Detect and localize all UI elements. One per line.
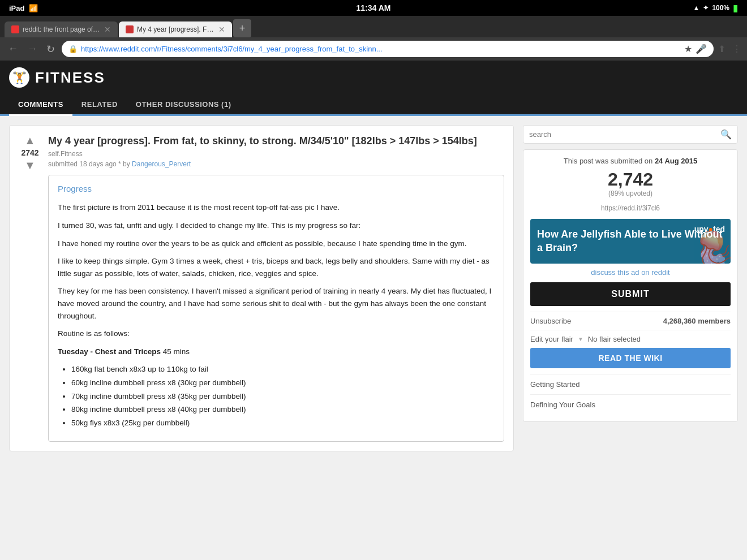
list-item-3: 70kg incline dumbbell press x8 (35kg per… [71, 390, 495, 403]
para-5: They key for me has been consistency. I … [58, 285, 495, 322]
more-icon[interactable]: ⋮ [732, 44, 741, 54]
upvote-button[interactable]: ▲ [24, 135, 36, 146]
section-1-heading: Tuesday - Chest and Triceps 45 mins [58, 346, 495, 358]
members-count: 4,268,360 members [663, 317, 731, 325]
subscribe-row: Unsubscribe 4,268,360 members [530, 312, 731, 330]
location-icon: ▲ [693, 4, 699, 12]
para-3: I have honed my routine over the years t… [58, 238, 495, 250]
tab-related[interactable]: RELATED [72, 94, 127, 116]
para-6: Routine is as follows: [58, 328, 495, 340]
battery-label: 100% [712, 4, 729, 12]
downvote-button[interactable]: ▼ [24, 160, 36, 171]
microphone-icon[interactable]: 🎤 [696, 44, 707, 54]
url-text: https://www.reddit.com/r/Fitness/comment… [81, 45, 681, 53]
discuss-ad-link[interactable]: discuss this ad on reddit [530, 268, 731, 277]
bookmark-icon[interactable]: ★ [684, 44, 692, 54]
address-bar: ← → ↻ 🔒 https://www.reddit.com/r/Fitness… [0, 37, 747, 61]
search-icon: 🔍 [720, 129, 732, 140]
sidebar: 🔍 This post was submitted on 24 Aug 2015… [523, 125, 738, 451]
list-item-2: 60kg incline dumbbell press x8 (30kg per… [71, 377, 495, 389]
forward-button[interactable]: → [25, 42, 40, 56]
para-1: The first picture is from 2011 because i… [58, 201, 495, 214]
para-4: I like to keep things simple. Gym 3 time… [58, 255, 495, 279]
submit-button[interactable]: SUBMIT [530, 282, 731, 306]
main-layout: ▲ 2742 ▼ My 4 year [progress]. From fat,… [0, 116, 747, 460]
vote-column: ▲ 2742 ▼ [19, 135, 41, 442]
site-name: FITNESS [35, 69, 105, 87]
vote-count: 2742 [21, 148, 38, 157]
search-input[interactable] [529, 130, 720, 139]
tab-2-favicon [126, 25, 134, 33]
wiki-links: Getting Started Defining Your Goals [530, 374, 731, 415]
status-bar: iPad 📶 11:34 AM ▲ ✦ 100% ▮ [0, 0, 747, 16]
sidebar-vote-count: 2,742 [530, 170, 731, 189]
progress-link[interactable]: Progress [58, 182, 495, 196]
tab-2-close[interactable]: ✕ [218, 25, 225, 34]
reload-button[interactable]: ↻ [44, 42, 57, 57]
read-wiki-button[interactable]: READ THE WIKI [530, 348, 731, 368]
submitted-text: This post was submitted on 24 Aug 2015 [530, 157, 731, 165]
tab-other-discussions[interactable]: OTHER DISCUSSIONS (1) [127, 94, 241, 116]
tab-1-title: reddit: the front page of the [23, 25, 101, 33]
tab-1-favicon [11, 25, 19, 33]
reddit-header: 🏋 FITNESS [0, 61, 747, 94]
wiki-link-2[interactable]: Defining Your Goals [530, 394, 731, 415]
self-text: Progress The first picture is from 2011 … [48, 175, 504, 442]
logo-icon: 🏋 [12, 71, 27, 84]
time-display: 11:34 AM [357, 3, 391, 12]
flair-dropdown-icon[interactable]: ▼ [578, 336, 583, 342]
wifi-icon: 📶 [29, 4, 38, 12]
unsubscribe-link[interactable]: Unsubscribe [530, 317, 571, 325]
sidebar-box: This post was submitted on 24 Aug 2015 2… [523, 149, 738, 422]
short-link: https://redd.it/3i7cl6 [530, 204, 731, 212]
upvoted-percent: (89% upvoted) [530, 189, 731, 197]
list-item-5: 50kg flys x8x3 (25kg per dumbbell) [71, 417, 495, 429]
flair-link[interactable]: Edit your flair [530, 335, 573, 343]
new-tab-button[interactable]: + [233, 19, 251, 37]
sidebar-search[interactable]: 🔍 [523, 125, 738, 144]
post-subreddit: self.Fitness [48, 150, 504, 158]
tab-1[interactable]: reddit: the front page of the ✕ [5, 21, 118, 37]
submitted-date: 24 Aug 2015 [655, 157, 697, 165]
flair-row: Edit your flair ▼ No flair selected [530, 330, 731, 348]
tab-2-title: My 4 year [progress]. From f [137, 25, 215, 33]
browser-actions: ⬆ ⋮ [718, 44, 741, 54]
ipad-label: iPad [9, 4, 24, 12]
browser-chrome: reddit: the front page of the ✕ My 4 yea… [0, 16, 747, 61]
url-box[interactable]: 🔒 https://www.reddit.com/r/Fitness/comme… [62, 41, 714, 57]
ad-banner: upv●ted How Are Jellyfish Able to Live W… [530, 219, 731, 264]
post-content: My 4 year [progress]. From fat, to skinn… [48, 135, 504, 442]
post-area: ▲ 2742 ▼ My 4 year [progress]. From fat,… [9, 125, 514, 451]
author-link[interactable]: Dangerous_Pervert [132, 160, 191, 168]
battery-icon: ▮ [733, 3, 738, 14]
tab-comments[interactable]: COMMENTS [9, 94, 72, 116]
back-button[interactable]: ← [6, 42, 20, 56]
lock-icon: 🔒 [68, 45, 78, 53]
sub-nav: COMMENTS RELATED OTHER DISCUSSIONS (1) [0, 94, 747, 116]
section-1-list: 160kg flat bench x8x3 up to 110kg to fai… [58, 363, 495, 429]
tab-1-close[interactable]: ✕ [104, 25, 111, 34]
bluetooth-icon: ✦ [703, 4, 709, 12]
list-item-4: 80kg incline dumbbell press x8 (40kg per… [71, 403, 495, 416]
tab-bar: reddit: the front page of the ✕ My 4 yea… [0, 16, 747, 37]
post-meta: submitted 18 days ago * by Dangerous_Per… [48, 160, 504, 168]
flair-value: No flair selected [588, 335, 641, 343]
para-2: I turned 30, was fat, unfit and ugly. I … [58, 219, 495, 232]
post-title: My 4 year [progress]. From fat, to skinn… [48, 135, 504, 148]
ad-title: How Are Jellyfish Able to Live Without a… [537, 228, 724, 255]
share-icon[interactable]: ⬆ [718, 44, 725, 54]
tab-2[interactable]: My 4 year [progress]. From f ✕ [119, 21, 232, 37]
wiki-link-1[interactable]: Getting Started [530, 374, 731, 394]
list-item-1: 160kg flat bench x8x3 up to 110kg to fai… [71, 363, 495, 376]
reddit-logo: 🏋 [9, 67, 29, 88]
